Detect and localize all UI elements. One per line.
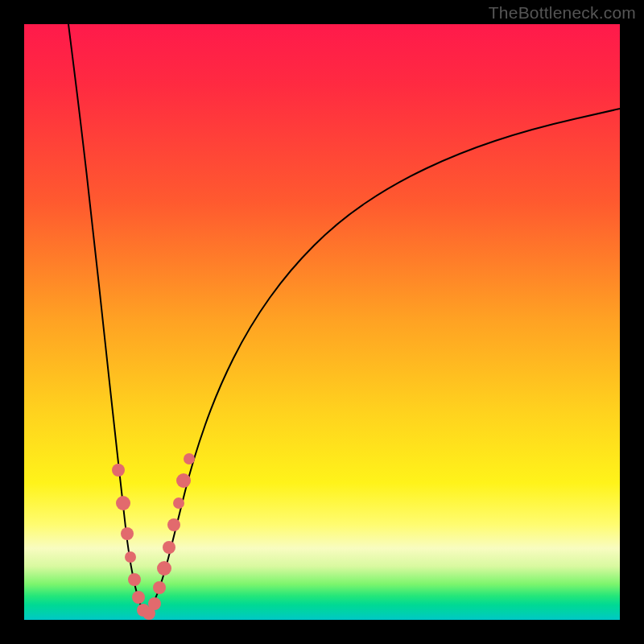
chart-frame: TheBottleneck.com (0, 0, 644, 644)
curve-dot (116, 496, 130, 510)
curve-dot (163, 541, 175, 554)
curve-dot (132, 591, 145, 604)
curve-dot (167, 518, 180, 531)
curve-dot (112, 464, 125, 477)
bottleneck-curve (68, 24, 620, 612)
curve-dot (173, 497, 184, 509)
curve-dot (128, 573, 141, 586)
curve-dot (125, 551, 136, 563)
curve-dot (153, 581, 166, 594)
curve-dot (121, 527, 134, 540)
curve-dot (176, 473, 191, 488)
curve-dot (148, 597, 161, 610)
curve-dot (184, 453, 195, 464)
curve-svg (24, 24, 620, 620)
curve-dots (112, 453, 195, 620)
curve-dot (157, 561, 171, 576)
plot-area (24, 24, 620, 620)
watermark-text: TheBottleneck.com (489, 3, 636, 23)
